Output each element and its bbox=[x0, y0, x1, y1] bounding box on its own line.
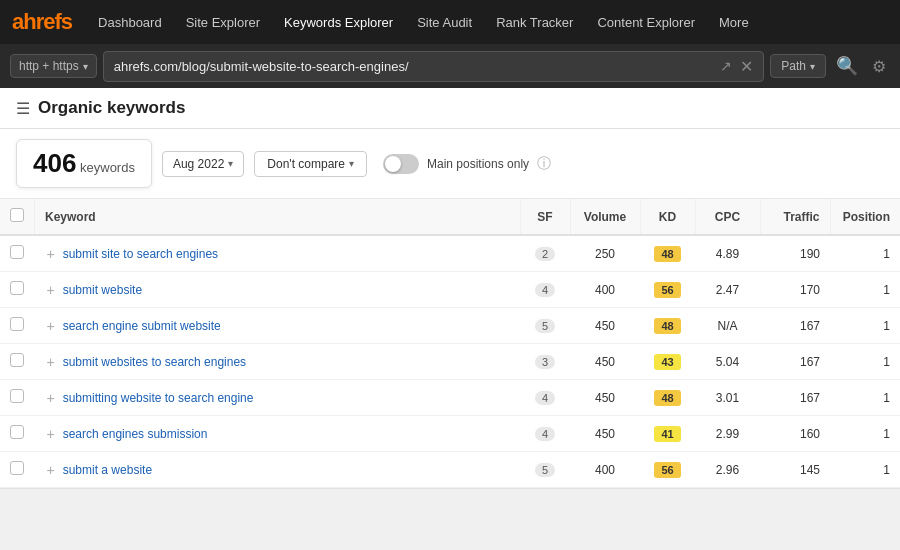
row-checkbox-4[interactable] bbox=[10, 389, 24, 403]
cell-sf-0: 2 bbox=[520, 235, 570, 272]
cell-cpc-5: 2.99 bbox=[695, 416, 760, 452]
col-keyword: Keyword bbox=[35, 199, 521, 235]
cell-checkbox-2 bbox=[0, 308, 35, 344]
add-keyword-btn-5[interactable]: + bbox=[45, 426, 57, 442]
nav-item-site-explorer[interactable]: Site Explorer bbox=[176, 9, 270, 36]
keyword-link-1[interactable]: submit website bbox=[63, 283, 142, 297]
cell-position-5: 1 bbox=[830, 416, 900, 452]
keyword-link-4[interactable]: submitting website to search engine bbox=[63, 391, 254, 405]
cell-cpc-4: 3.01 bbox=[695, 380, 760, 416]
table-row: + search engines submission 4 450 41 2.9… bbox=[0, 416, 900, 452]
cell-volume-3: 450 bbox=[570, 344, 640, 380]
path-button[interactable]: Path bbox=[770, 54, 826, 78]
select-all-checkbox[interactable] bbox=[10, 208, 24, 222]
sf-badge-5: 4 bbox=[535, 427, 555, 441]
nav-item-content-explorer[interactable]: Content Explorer bbox=[587, 9, 705, 36]
cell-cpc-1: 2.47 bbox=[695, 272, 760, 308]
row-checkbox-6[interactable] bbox=[10, 461, 24, 475]
cell-traffic-3: 167 bbox=[760, 344, 830, 380]
url-input-wrapper[interactable]: ahrefs.com/blog/submit-website-to-search… bbox=[103, 51, 765, 82]
row-checkbox-3[interactable] bbox=[10, 353, 24, 367]
cell-volume-5: 450 bbox=[570, 416, 640, 452]
add-keyword-btn-3[interactable]: + bbox=[45, 354, 57, 370]
cell-sf-3: 3 bbox=[520, 344, 570, 380]
table-row: + submit site to search engines 2 250 48… bbox=[0, 235, 900, 272]
section-title: Organic keywords bbox=[38, 98, 185, 118]
keyword-label: keywords bbox=[80, 160, 135, 175]
clear-url-icon[interactable]: ✕ bbox=[740, 57, 753, 76]
col-kd: KD bbox=[640, 199, 695, 235]
hamburger-icon[interactable]: ☰ bbox=[16, 99, 30, 118]
cell-position-2: 1 bbox=[830, 308, 900, 344]
keyword-link-6[interactable]: submit a website bbox=[63, 463, 152, 477]
logo: ahrefs bbox=[12, 9, 72, 35]
nav-item-keywords-explorer[interactable]: Keywords Explorer bbox=[274, 9, 403, 36]
keyword-link-5[interactable]: search engines submission bbox=[63, 427, 208, 441]
cell-kd-4: 48 bbox=[640, 380, 695, 416]
kd-badge-4: 48 bbox=[654, 390, 680, 406]
row-checkbox-1[interactable] bbox=[10, 281, 24, 295]
url-bar: http + https ahrefs.com/blog/submit-webs… bbox=[0, 44, 900, 88]
cell-sf-1: 4 bbox=[520, 272, 570, 308]
cell-keyword-0: + submit site to search engines bbox=[35, 235, 521, 272]
cell-checkbox-6 bbox=[0, 452, 35, 488]
cell-position-6: 1 bbox=[830, 452, 900, 488]
sf-badge-2: 5 bbox=[535, 319, 555, 333]
cell-kd-5: 41 bbox=[640, 416, 695, 452]
main-content: ☰ Organic keywords 406 keywords Aug 2022… bbox=[0, 88, 900, 489]
url-text: ahrefs.com/blog/submit-website-to-search… bbox=[114, 59, 713, 74]
sf-badge-0: 2 bbox=[535, 247, 555, 261]
cell-kd-0: 48 bbox=[640, 235, 695, 272]
settings-button[interactable]: ⚙ bbox=[868, 53, 890, 80]
cell-volume-6: 400 bbox=[570, 452, 640, 488]
kd-badge-3: 43 bbox=[654, 354, 680, 370]
cell-cpc-0: 4.89 bbox=[695, 235, 760, 272]
compare-button[interactable]: Don't compare bbox=[254, 151, 367, 177]
col-traffic: Traffic bbox=[760, 199, 830, 235]
add-keyword-btn-6[interactable]: + bbox=[45, 462, 57, 478]
nav-item-dashboard[interactable]: Dashboard bbox=[88, 9, 172, 36]
top-nav: ahrefs Dashboard Site Explorer Keywords … bbox=[0, 0, 900, 44]
help-icon[interactable]: ⓘ bbox=[537, 155, 551, 173]
main-positions-toggle[interactable] bbox=[383, 154, 419, 174]
cell-volume-2: 450 bbox=[570, 308, 640, 344]
row-checkbox-5[interactable] bbox=[10, 425, 24, 439]
main-positions-toggle-wrapper: Main positions only ⓘ bbox=[383, 154, 551, 174]
cell-volume-1: 400 bbox=[570, 272, 640, 308]
col-position: Position bbox=[830, 199, 900, 235]
add-keyword-btn-0[interactable]: + bbox=[45, 246, 57, 262]
keyword-link-2[interactable]: search engine submit website bbox=[63, 319, 221, 333]
nav-item-rank-tracker[interactable]: Rank Tracker bbox=[486, 9, 583, 36]
cell-position-0: 1 bbox=[830, 235, 900, 272]
cell-kd-3: 43 bbox=[640, 344, 695, 380]
cell-traffic-0: 190 bbox=[760, 235, 830, 272]
cell-cpc-3: 5.04 bbox=[695, 344, 760, 380]
col-checkbox bbox=[0, 199, 35, 235]
cell-keyword-5: + search engines submission bbox=[35, 416, 521, 452]
nav-item-site-audit[interactable]: Site Audit bbox=[407, 9, 482, 36]
table-container: Keyword SF Volume KD CPC Traffic Positio… bbox=[0, 199, 900, 488]
cell-cpc-2: N/A bbox=[695, 308, 760, 344]
date-filter-button[interactable]: Aug 2022 bbox=[162, 151, 244, 177]
keyword-link-3[interactable]: submit websites to search engines bbox=[63, 355, 246, 369]
external-link-icon[interactable]: ↗ bbox=[720, 58, 732, 74]
row-checkbox-2[interactable] bbox=[10, 317, 24, 331]
row-checkbox-0[interactable] bbox=[10, 245, 24, 259]
protocol-button[interactable]: http + https bbox=[10, 54, 97, 78]
cell-keyword-2: + search engine submit website bbox=[35, 308, 521, 344]
add-keyword-btn-1[interactable]: + bbox=[45, 282, 57, 298]
toggle-knob bbox=[385, 156, 401, 172]
kd-badge-6: 56 bbox=[654, 462, 680, 478]
add-keyword-btn-2[interactable]: + bbox=[45, 318, 57, 334]
kd-badge-2: 48 bbox=[654, 318, 680, 334]
toggle-label: Main positions only bbox=[427, 157, 529, 171]
search-button[interactable]: 🔍 bbox=[832, 51, 862, 81]
cell-checkbox-3 bbox=[0, 344, 35, 380]
add-keyword-btn-4[interactable]: + bbox=[45, 390, 57, 406]
cell-traffic-2: 167 bbox=[760, 308, 830, 344]
cell-traffic-5: 160 bbox=[760, 416, 830, 452]
nav-item-more[interactable]: More bbox=[709, 9, 759, 36]
table-row: + submit websites to search engines 3 45… bbox=[0, 344, 900, 380]
keyword-link-0[interactable]: submit site to search engines bbox=[63, 247, 218, 261]
cell-traffic-6: 145 bbox=[760, 452, 830, 488]
